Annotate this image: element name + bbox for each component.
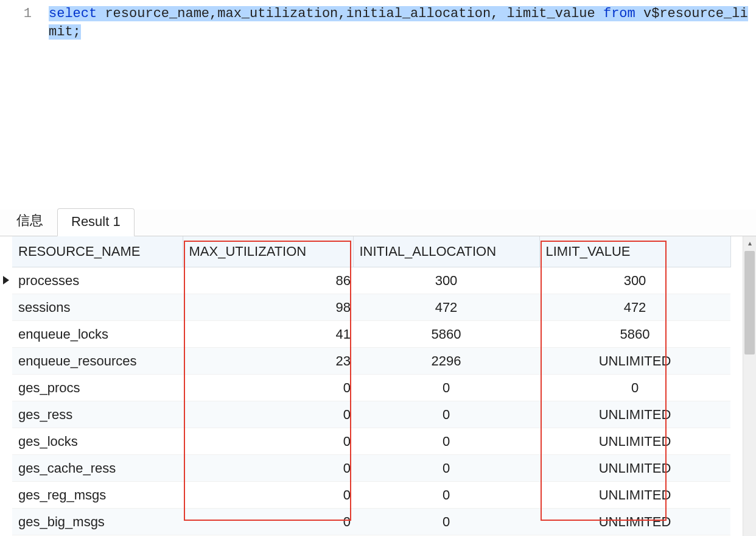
result-grid-scroll[interactable]: RESOURCE_NAME MAX_UTILIZATION INITIAL_AL… [12,236,743,536]
sql-code[interactable]: select resource_name,max_utilization,ini… [49,2,756,210]
cell-limit-value[interactable]: 300 [539,267,730,294]
cell-resource-name[interactable]: enqueue_locks [12,321,183,348]
table-row[interactable]: sessions98472472 [12,294,730,321]
cell-limit-value[interactable]: 0 [539,375,730,401]
sql-keyword-select: select [49,6,97,21]
cell-limit-value[interactable]: 472 [539,294,730,321]
cell-resource-name[interactable]: ges_ress [12,401,183,428]
result-tabs-bar: 信息 Result 1 [0,210,756,236]
cell-max-utilization[interactable]: 0 [183,401,353,428]
cell-max-utilization[interactable]: 41 [183,321,353,348]
table-row[interactable]: enqueue_locks4158605860 [12,321,730,348]
table-row[interactable]: ges_big_msgs00UNLIMITED [12,509,730,535]
cell-max-utilization[interactable]: 0 [183,428,353,455]
cell-resource-name[interactable]: processes [12,267,183,294]
cell-initial-allocation[interactable]: 472 [353,294,539,321]
column-header-limit-value[interactable]: LIMIT_VALUE [539,236,730,267]
sql-fields: resource_name,max_utilization,initial_al… [97,6,603,21]
row-indicator-column [0,236,12,536]
tab-result-1[interactable]: Result 1 [57,208,135,236]
sql-keyword-from: from [603,6,635,21]
cell-initial-allocation[interactable]: 0 [353,509,539,535]
cell-initial-allocation[interactable]: 0 [353,401,539,428]
cell-resource-name[interactable]: enqueue_resources [12,348,183,375]
cell-max-utilization[interactable]: 23 [183,348,353,375]
table-row[interactable]: ges_locks00UNLIMITED [12,428,730,455]
scroll-up-button[interactable]: ▴ [743,236,756,250]
table-row[interactable]: enqueue_resources232296UNLIMITED [12,348,730,375]
column-header-resource-name[interactable]: RESOURCE_NAME [12,236,183,267]
cell-max-utilization[interactable]: 86 [183,267,353,294]
current-row-arrow-icon [3,276,9,284]
cell-max-utilization[interactable]: 98 [183,294,353,321]
table-row[interactable]: ges_procs000 [12,375,730,401]
column-header-initial-allocation[interactable]: INITIAL_ALLOCATION [353,236,539,267]
row-indicator-current [0,267,12,294]
cell-initial-allocation[interactable]: 2296 [353,348,539,375]
cell-max-utilization[interactable]: 0 [183,509,353,535]
cell-limit-value[interactable]: UNLIMITED [539,482,730,509]
result-panel: RESOURCE_NAME MAX_UTILIZATION INITIAL_AL… [0,236,756,536]
table-row[interactable]: processes86300300 [12,267,730,294]
cell-resource-name[interactable]: ges_procs [12,375,183,401]
vertical-scrollbar[interactable]: ▴ [743,236,756,536]
cell-resource-name[interactable]: ges_reg_msgs [12,482,183,509]
cell-resource-name[interactable]: ges_big_msgs [12,509,183,535]
cell-max-utilization[interactable]: 0 [183,482,353,509]
column-header-max-utilization[interactable]: MAX_UTILIZATION [183,236,353,267]
table-row[interactable]: ges_reg_msgs00UNLIMITED [12,482,730,509]
cell-resource-name[interactable]: ges_locks [12,428,183,455]
tab-info[interactable]: 信息 [2,206,57,236]
editor-gutter: 1 [0,2,49,210]
table-row[interactable]: ges_cache_ress00UNLIMITED [12,455,730,482]
cell-initial-allocation[interactable]: 0 [353,482,539,509]
cell-initial-allocation[interactable]: 0 [353,375,539,401]
cell-resource-name[interactable]: sessions [12,294,183,321]
table-row[interactable]: ges_ress00UNLIMITED [12,401,730,428]
line-number: 1 [0,5,32,23]
cell-initial-allocation[interactable]: 0 [353,455,539,482]
sql-editor[interactable]: 1 select resource_name,max_utilization,i… [0,0,756,210]
scrollbar-thumb[interactable] [744,251,755,354]
cell-initial-allocation[interactable]: 0 [353,428,539,455]
cell-limit-value[interactable]: 5860 [539,321,730,348]
cell-max-utilization[interactable]: 0 [183,455,353,482]
cell-limit-value[interactable]: UNLIMITED [539,455,730,482]
cell-initial-allocation[interactable]: 300 [353,267,539,294]
cell-limit-value[interactable]: UNLIMITED [539,348,730,375]
cell-initial-allocation[interactable]: 5860 [353,321,539,348]
cell-resource-name[interactable]: ges_cache_ress [12,455,183,482]
cell-limit-value[interactable]: UNLIMITED [539,509,730,535]
table-header-row: RESOURCE_NAME MAX_UTILIZATION INITIAL_AL… [12,236,730,267]
cell-limit-value[interactable]: UNLIMITED [539,428,730,455]
result-table[interactable]: RESOURCE_NAME MAX_UTILIZATION INITIAL_AL… [12,236,731,535]
chevron-up-icon: ▴ [748,239,752,247]
cell-limit-value[interactable]: UNLIMITED [539,401,730,428]
cell-max-utilization[interactable]: 0 [183,375,353,401]
